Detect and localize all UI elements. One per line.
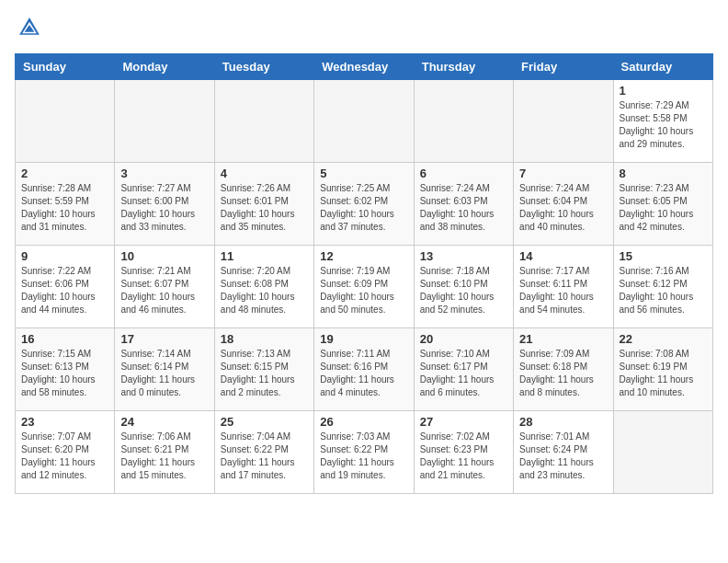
calendar-table: SundayMondayTuesdayWednesdayThursdayFrid… [15,53,713,494]
logo [15,15,42,44]
day-number: 19 [320,332,407,346]
day-number: 26 [320,415,407,429]
calendar-cell [314,80,414,163]
day-info: Sunrise: 7:16 AM Sunset: 6:12 PM Dayligh… [620,265,707,316]
day-number: 5 [320,167,407,180]
day-number: 20 [420,332,507,346]
calendar-week-3: 16Sunrise: 7:15 AM Sunset: 6:13 PM Dayli… [16,328,713,411]
day-number: 17 [120,332,208,346]
day-number: 4 [221,167,308,180]
day-info: Sunrise: 7:26 AM Sunset: 6:01 PM Dayligh… [221,182,308,234]
calendar-cell [613,411,712,494]
day-info: Sunrise: 7:25 AM Sunset: 6:02 PM Dayligh… [320,182,407,234]
dow-header-sunday: Sunday [16,54,115,80]
dow-header-monday: Monday [115,54,214,80]
calendar-cell: 19Sunrise: 7:11 AM Sunset: 6:16 PM Dayli… [314,328,414,411]
calendar-cell: 27Sunrise: 7:02 AM Sunset: 6:23 PM Dayli… [414,411,513,494]
day-number: 2 [21,167,108,180]
calendar-cell: 6Sunrise: 7:24 AM Sunset: 6:03 PM Daylig… [414,163,513,246]
day-number: 15 [620,249,707,263]
calendar-cell: 7Sunrise: 7:24 AM Sunset: 6:04 PM Daylig… [514,163,613,246]
day-info: Sunrise: 7:01 AM Sunset: 6:24 PM Dayligh… [519,431,607,482]
calendar-cell: 22Sunrise: 7:08 AM Sunset: 6:19 PM Dayli… [613,328,712,411]
day-info: Sunrise: 7:02 AM Sunset: 6:23 PM Dayligh… [420,431,507,482]
day-info: Sunrise: 7:17 AM Sunset: 6:11 PM Dayligh… [519,265,607,316]
day-number: 28 [519,415,607,429]
day-info: Sunrise: 7:28 AM Sunset: 5:59 PM Dayligh… [21,182,108,234]
logo-icon [17,15,42,40]
dow-header-wednesday: Wednesday [314,54,414,80]
day-info: Sunrise: 7:15 AM Sunset: 6:13 PM Dayligh… [21,348,108,399]
day-info: Sunrise: 7:29 AM Sunset: 5:58 PM Dayligh… [620,99,707,151]
day-number: 21 [519,332,607,346]
day-number: 23 [21,415,108,429]
day-number: 22 [620,332,707,346]
day-info: Sunrise: 7:06 AM Sunset: 6:21 PM Dayligh… [120,431,208,482]
day-of-week-row: SundayMondayTuesdayWednesdayThursdayFrid… [16,54,713,80]
day-number: 18 [221,332,308,346]
day-number: 6 [420,167,507,180]
dow-header-thursday: Thursday [414,54,513,80]
calendar-cell: 3Sunrise: 7:27 AM Sunset: 6:00 PM Daylig… [115,163,214,246]
calendar-cell: 14Sunrise: 7:17 AM Sunset: 6:11 PM Dayli… [514,246,613,328]
calendar-week-1: 2Sunrise: 7:28 AM Sunset: 5:59 PM Daylig… [16,163,713,246]
calendar-cell: 23Sunrise: 7:07 AM Sunset: 6:20 PM Dayli… [16,411,115,494]
calendar-cell: 26Sunrise: 7:03 AM Sunset: 6:22 PM Dayli… [314,411,414,494]
day-number: 11 [221,249,308,263]
calendar-cell: 18Sunrise: 7:13 AM Sunset: 6:15 PM Dayli… [214,328,313,411]
day-info: Sunrise: 7:03 AM Sunset: 6:22 PM Dayligh… [320,431,407,482]
day-info: Sunrise: 7:08 AM Sunset: 6:19 PM Dayligh… [620,348,707,399]
day-info: Sunrise: 7:27 AM Sunset: 6:00 PM Dayligh… [120,182,208,234]
calendar-cell: 10Sunrise: 7:21 AM Sunset: 6:07 PM Dayli… [115,246,214,328]
calendar-cell: 24Sunrise: 7:06 AM Sunset: 6:21 PM Dayli… [115,411,214,494]
day-info: Sunrise: 7:20 AM Sunset: 6:08 PM Dayligh… [221,265,308,316]
calendar-body: 1Sunrise: 7:29 AM Sunset: 5:58 PM Daylig… [16,80,713,494]
day-info: Sunrise: 7:04 AM Sunset: 6:22 PM Dayligh… [221,431,308,482]
calendar-week-0: 1Sunrise: 7:29 AM Sunset: 5:58 PM Daylig… [16,80,713,163]
calendar-cell: 12Sunrise: 7:19 AM Sunset: 6:09 PM Dayli… [314,246,414,328]
day-number: 7 [519,167,607,180]
calendar-cell: 11Sunrise: 7:20 AM Sunset: 6:08 PM Dayli… [214,246,313,328]
day-info: Sunrise: 7:23 AM Sunset: 6:05 PM Dayligh… [620,182,707,234]
day-info: Sunrise: 7:09 AM Sunset: 6:18 PM Dayligh… [519,348,607,399]
calendar-week-4: 23Sunrise: 7:07 AM Sunset: 6:20 PM Dayli… [16,411,713,494]
day-info: Sunrise: 7:18 AM Sunset: 6:10 PM Dayligh… [420,265,507,316]
day-number: 12 [320,249,407,263]
calendar-cell [115,80,214,163]
day-info: Sunrise: 7:11 AM Sunset: 6:16 PM Dayligh… [320,348,407,399]
dow-header-tuesday: Tuesday [214,54,313,80]
calendar-cell [514,80,613,163]
day-number: 16 [21,332,108,346]
calendar-cell: 5Sunrise: 7:25 AM Sunset: 6:02 PM Daylig… [314,163,414,246]
calendar-cell: 28Sunrise: 7:01 AM Sunset: 6:24 PM Dayli… [514,411,613,494]
calendar-cell: 4Sunrise: 7:26 AM Sunset: 6:01 PM Daylig… [214,163,313,246]
calendar-cell: 1Sunrise: 7:29 AM Sunset: 5:58 PM Daylig… [613,80,712,163]
calendar-week-2: 9Sunrise: 7:22 AM Sunset: 6:06 PM Daylig… [16,246,713,328]
day-number: 3 [120,167,208,180]
calendar-cell: 2Sunrise: 7:28 AM Sunset: 5:59 PM Daylig… [16,163,115,246]
dow-header-saturday: Saturday [613,54,712,80]
day-number: 25 [221,415,308,429]
day-info: Sunrise: 7:10 AM Sunset: 6:17 PM Dayligh… [420,348,507,399]
day-info: Sunrise: 7:07 AM Sunset: 6:20 PM Dayligh… [21,431,108,482]
calendar-cell [414,80,513,163]
calendar-cell: 17Sunrise: 7:14 AM Sunset: 6:14 PM Dayli… [115,328,214,411]
day-number: 8 [620,167,707,180]
day-number: 10 [120,249,208,263]
day-number: 24 [120,415,208,429]
day-number: 9 [21,249,108,263]
page-header [15,15,713,44]
calendar-cell: 25Sunrise: 7:04 AM Sunset: 6:22 PM Dayli… [214,411,313,494]
calendar-cell: 16Sunrise: 7:15 AM Sunset: 6:13 PM Dayli… [16,328,115,411]
calendar-cell: 13Sunrise: 7:18 AM Sunset: 6:10 PM Dayli… [414,246,513,328]
calendar-cell: 9Sunrise: 7:22 AM Sunset: 6:06 PM Daylig… [16,246,115,328]
dow-header-friday: Friday [514,54,613,80]
day-info: Sunrise: 7:14 AM Sunset: 6:14 PM Dayligh… [120,348,208,399]
calendar-cell: 20Sunrise: 7:10 AM Sunset: 6:17 PM Dayli… [414,328,513,411]
calendar-cell: 8Sunrise: 7:23 AM Sunset: 6:05 PM Daylig… [613,163,712,246]
day-info: Sunrise: 7:21 AM Sunset: 6:07 PM Dayligh… [120,265,208,316]
calendar-cell [16,80,115,163]
day-info: Sunrise: 7:24 AM Sunset: 6:04 PM Dayligh… [519,182,607,234]
day-info: Sunrise: 7:19 AM Sunset: 6:09 PM Dayligh… [320,265,407,316]
calendar-cell: 21Sunrise: 7:09 AM Sunset: 6:18 PM Dayli… [514,328,613,411]
